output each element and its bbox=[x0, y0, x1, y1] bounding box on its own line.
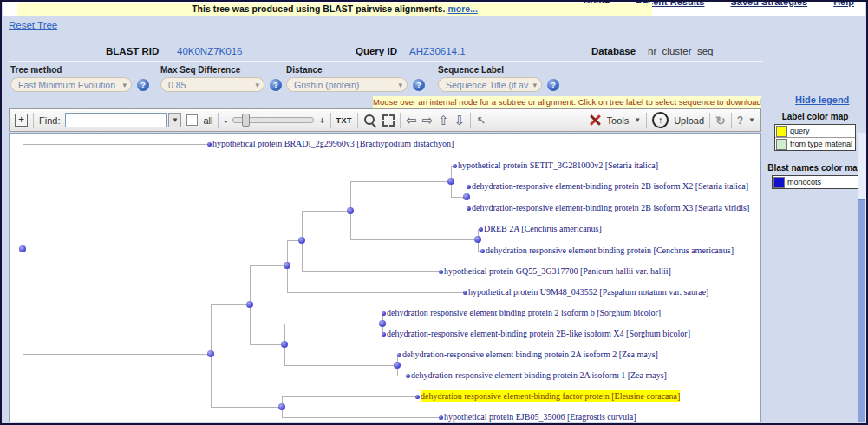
tree-leaf-label[interactable]: hypothetical protein U9M48_043552 [Paspa… bbox=[468, 286, 708, 298]
control-sequence-label: Sequence Label Sequence Title (if av▾ ? bbox=[438, 65, 559, 92]
tree-leaf-node[interactable] bbox=[207, 142, 212, 147]
tree-internal-node[interactable] bbox=[19, 245, 26, 252]
tree-leaf-node[interactable] bbox=[439, 270, 443, 274]
tree-leaf-label[interactable]: hypothetical protein GQ55_3G317700 [Pani… bbox=[444, 265, 671, 277]
chevron-down-icon[interactable]: ▼ bbox=[634, 116, 641, 124]
upload-button[interactable]: Upload bbox=[674, 115, 704, 126]
more-link[interactable]: more... bbox=[447, 3, 477, 14]
tree-leaf-label[interactable]: dehydration-responsive element binding p… bbox=[411, 369, 667, 381]
fullscreen-icon[interactable] bbox=[382, 114, 395, 127]
arrow-up-icon[interactable]: ⇧ bbox=[438, 114, 449, 127]
tree-internal-node[interactable] bbox=[463, 193, 470, 200]
zoom-slider[interactable] bbox=[232, 117, 314, 123]
tree-branch-line bbox=[284, 324, 383, 324]
tree-canvas: hypothetical protein BRADI_2g29960v3 [Br… bbox=[10, 134, 760, 422]
tree-leaf-node[interactable] bbox=[406, 374, 410, 378]
find-input[interactable] bbox=[65, 113, 167, 128]
overview-icon[interactable]: + bbox=[15, 114, 28, 127]
txt-export-button[interactable]: TXT bbox=[336, 116, 353, 125]
tree-leaf-label[interactable]: dehydration responsive element-binding f… bbox=[421, 390, 680, 402]
tree-leaf-node[interactable] bbox=[397, 353, 401, 357]
tree-internal-node[interactable] bbox=[281, 341, 288, 348]
chevron-down-icon[interactable]: ▼ bbox=[748, 116, 755, 124]
find-dropdown-icon[interactable]: ▼ bbox=[168, 113, 181, 128]
query-id-link[interactable]: AHZ30614.1 bbox=[409, 46, 466, 56]
max-seq-difference-label: Max Seq Difference bbox=[160, 65, 282, 75]
tree-leaf-label[interactable]: DREB 2A [Cenchrus americanus] bbox=[484, 223, 602, 234]
tree-internal-node[interactable] bbox=[379, 320, 386, 327]
query-color-swatch bbox=[776, 126, 787, 137]
tree-leaf-label[interactable]: dehydration responsive element binding p… bbox=[387, 307, 661, 318]
tree-internal-node[interactable] bbox=[207, 350, 214, 357]
tree-leaf-node[interactable] bbox=[415, 395, 420, 399]
reroot-icon[interactable]: ↖ bbox=[476, 114, 486, 127]
tree-internal-node[interactable] bbox=[447, 178, 454, 185]
scrollbar-thumb[interactable] bbox=[858, 199, 865, 422]
tree-leaf-node[interactable] bbox=[382, 332, 386, 337]
tree-method-select[interactable]: Fast Minimum Evolution▾ bbox=[10, 77, 132, 92]
help-icon[interactable]: ? bbox=[137, 79, 149, 91]
tree-internal-node[interactable] bbox=[278, 403, 285, 410]
tree-leaf-label[interactable]: dehydration-responsive element-binding p… bbox=[472, 180, 748, 192]
tree-leaf-node[interactable] bbox=[479, 227, 483, 232]
reset-tree-link[interactable]: Reset Tree bbox=[9, 20, 57, 30]
search-icon[interactable] bbox=[363, 114, 377, 128]
tree-leaf-label[interactable]: hypothetical protein BRADI_2g29960v3 [Br… bbox=[212, 138, 454, 149]
nav-item-help[interactable]: Help bbox=[833, 2, 854, 7]
tree-leaf-node[interactable] bbox=[467, 206, 471, 211]
sequence-label-select[interactable]: Sequence Title (if av▾ bbox=[438, 77, 542, 92]
phylogenetic-tree-panel: hypothetical protein BRADI_2g29960v3 [Br… bbox=[9, 133, 761, 422]
refresh-icon[interactable]: ↻ bbox=[715, 114, 726, 128]
upload-icon bbox=[652, 112, 669, 128]
toolbar-divider bbox=[646, 113, 647, 128]
tools-button[interactable]: Tools bbox=[607, 115, 630, 126]
tree-leaf-label[interactable]: dehydration-responsive element-binding p… bbox=[472, 202, 749, 213]
tree-leaf-node[interactable] bbox=[480, 249, 485, 253]
find-all-checkbox[interactable] bbox=[186, 114, 198, 126]
tree-leaf-label[interactable]: dehydration responsive element binding p… bbox=[486, 245, 734, 256]
divider bbox=[9, 61, 763, 62]
blast-rid-link[interactable]: 40K0NZ7K016 bbox=[177, 46, 242, 56]
tree-leaf-label[interactable]: hypothetical protein SETIT_3G281000v2 [S… bbox=[458, 160, 658, 171]
zoom-slider-handle[interactable] bbox=[242, 114, 250, 127]
toolbar-divider bbox=[218, 113, 219, 128]
control-distance: Distance Grishin (protein)▾ ? bbox=[286, 65, 425, 92]
tree-internal-node[interactable] bbox=[246, 301, 253, 308]
tree-leaf-label[interactable]: dehydration-responsive element-binding p… bbox=[387, 328, 690, 339]
tree-leaf-node[interactable] bbox=[439, 415, 443, 420]
hint-message: Mouse over an internal node for a subtre… bbox=[373, 96, 761, 108]
tree-leaf-label[interactable]: dehydration-responsive element binding p… bbox=[402, 349, 658, 360]
help-icon[interactable]: ? bbox=[270, 79, 282, 91]
max-seq-difference-select[interactable]: 0.85▾ bbox=[160, 77, 264, 92]
arrow-down-icon[interactable]: ⇩ bbox=[454, 114, 466, 127]
tree-branch-line bbox=[211, 407, 283, 408]
tree-leaf-node[interactable] bbox=[453, 164, 457, 168]
tree-internal-node[interactable] bbox=[284, 262, 290, 269]
arrow-left-icon[interactable]: ⇦ bbox=[406, 114, 417, 127]
tree-leaf-label[interactable]: hypothetical protein EJB05_35006 [Eragro… bbox=[444, 411, 636, 422]
zoom-out-button[interactable]: - bbox=[224, 115, 227, 126]
chevron-down-icon: ▾ bbox=[398, 78, 402, 92]
tree-leaf-node[interactable] bbox=[463, 291, 467, 295]
help-icon[interactable]: ? bbox=[547, 79, 559, 91]
tree-leaf-node[interactable] bbox=[467, 185, 471, 189]
legend-row-monocots: monocots bbox=[773, 176, 858, 188]
tree-leaf-node[interactable] bbox=[382, 311, 386, 316]
tree-branch-line bbox=[350, 239, 479, 240]
tree-internal-node[interactable] bbox=[347, 207, 354, 214]
tree-internal-node[interactable] bbox=[474, 236, 481, 243]
blast-names-color-map-box: monocots bbox=[772, 175, 858, 189]
tree-branch-line bbox=[23, 144, 210, 145]
distance-select[interactable]: Grishin (protein)▾ bbox=[286, 77, 408, 92]
zoom-in-button[interactable]: + bbox=[319, 115, 324, 126]
label-color-map-box: query from type material bbox=[774, 124, 856, 151]
nav-item-saved-strategies[interactable]: Saved Strategies bbox=[731, 2, 808, 7]
tree-internal-node[interactable] bbox=[298, 237, 305, 244]
help-menu-button[interactable]: ? bbox=[737, 114, 743, 127]
hide-legend-link[interactable]: Hide legend bbox=[795, 95, 849, 105]
tree-internal-node[interactable] bbox=[394, 362, 401, 369]
help-icon[interactable]: ? bbox=[413, 79, 425, 91]
tree-branch-line bbox=[282, 396, 418, 397]
arrow-right-icon[interactable]: ⇨ bbox=[422, 114, 434, 127]
sequence-label-label: Sequence Label bbox=[438, 65, 559, 75]
